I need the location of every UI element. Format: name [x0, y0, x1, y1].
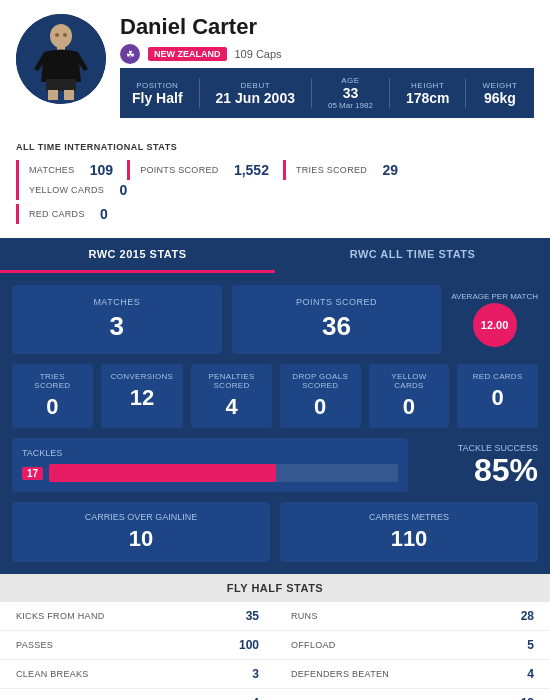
alltime-stats-row: MATCHES 109 POINTS SCORED 1,552 TRIES SC… [16, 160, 534, 200]
at-stat-label-points: POINTS SCORED [140, 165, 218, 175]
svg-rect-4 [61, 79, 76, 91]
fh-label-runs: RUNS [291, 611, 318, 621]
rwc-conversions-value: 12 [111, 385, 173, 411]
rwc-yellow-stat: Yellow Cards 0 [369, 364, 450, 428]
age-value: 33 [343, 85, 359, 101]
flyhalf-stats-grid: KICKS FROM HAND 35 PASSES 100 CLEAN BREA… [0, 602, 550, 700]
rwc-conversions-stat: Conversions 12 [101, 364, 183, 428]
fh-value-passes: 100 [239, 638, 259, 652]
carries-over-stat: Carries Over Gainline 10 [12, 502, 270, 562]
country-badge: NEW ZEALAND [148, 47, 227, 61]
fh-value-offload: 5 [527, 638, 534, 652]
rwc-tries-stat: Tries Scored 0 [12, 364, 93, 428]
divider3 [389, 78, 390, 108]
at-stat-label-tries: TRIES SCORED [296, 165, 367, 175]
debut-label: DEBUT [240, 81, 270, 90]
rwc-yellow-value: 0 [379, 394, 440, 420]
svg-point-8 [63, 33, 67, 37]
svg-point-1 [50, 24, 72, 48]
at-stat-val-matches: 109 [90, 162, 113, 178]
carries-over-label: Carries Over Gainline [22, 512, 260, 522]
rwc-penalties-stat: Penalties Scored 4 [191, 364, 272, 428]
caps-text: 109 Caps [235, 48, 282, 60]
fh-label-kicks: KICKS FROM HAND [16, 611, 105, 621]
fh-row-runs: RUNS 28 [275, 602, 550, 631]
rwc-tries-label: Tries Scored [22, 372, 83, 390]
carries-metres-value: 110 [290, 526, 528, 552]
at-stat-bar3 [283, 160, 286, 180]
position-value: Fly Half [132, 90, 183, 106]
svg-point-7 [55, 33, 59, 37]
tab-rwc-alltime[interactable]: RWC ALL TIME STATS [275, 238, 550, 273]
profile-section: Daniel Carter ☘ NEW ZEALAND 109 Caps POS… [0, 0, 550, 132]
rwc-dropgoals-value: 0 [290, 394, 351, 420]
tackle-success-value: 85% [418, 453, 538, 488]
rwc-red-label: Red Cards [467, 372, 528, 381]
rwc-red-stat: Red Cards 0 [457, 364, 538, 428]
fh-row-cleanbreaks: CLEAN BREAKS 3 [0, 660, 275, 689]
avatar [16, 14, 106, 104]
debut-value: 21 Jun 2003 [216, 90, 295, 106]
rwc-conversions-label: Conversions [111, 372, 173, 381]
avg-circle: 12.00 [473, 303, 517, 347]
fh-value-pen-scored: 4 [252, 696, 259, 700]
rwc-penalties-label: Penalties Scored [201, 372, 262, 390]
at-stat-val-tries: 29 [382, 162, 398, 178]
fh-row-passes: PASSES 100 [0, 631, 275, 660]
tackles-value: 17 [22, 467, 43, 480]
age-label: AGE [341, 76, 359, 85]
fh-row-conversions: CONVERSIONS 12 [275, 689, 550, 700]
flyhalf-section: Fly Half Stats KICKS FROM HAND 35 PASSES… [0, 574, 550, 700]
weight-value: 96kg [484, 90, 516, 106]
carries-metres-label: Carries Metres [290, 512, 528, 522]
tackles-bar-fill [49, 464, 276, 482]
height-stat: HEIGHT 178cm [406, 81, 450, 106]
avg-label: Average Per Match [451, 292, 538, 301]
at-stat-label-red: RED CARDS [29, 209, 85, 219]
rwc-matches-value: 3 [28, 311, 206, 342]
debut-stat: DEBUT 21 Jun 2003 [216, 81, 295, 106]
fh-label-offload: OFFLOAD [291, 640, 336, 650]
at-stat-val-red: 0 [100, 206, 108, 222]
player-name: Daniel Carter [120, 14, 534, 40]
at-stat-label-matches: MATCHES [29, 165, 74, 175]
rwc-yellow-label: Yellow Cards [379, 372, 440, 390]
fh-value-conversions: 12 [521, 696, 534, 700]
at-stat-bar [16, 160, 19, 180]
tab-rwc2015[interactable]: RWC 2015 STATS [0, 238, 275, 273]
tackles-row: Tackles 17 Tackle Success 85% [12, 438, 538, 492]
rwc-points-stat: Points Scored 36 [232, 285, 442, 354]
at-stat-bar5 [16, 204, 19, 224]
fh-value-runs: 28 [521, 609, 534, 623]
flyhalf-right-col: RUNS 28 OFFLOAD 5 DEFENDERS BEATEN 4 CON… [275, 602, 550, 700]
alltime-title: ALL TIME INTERNATIONAL STATS [16, 142, 534, 152]
at-stat-tries: TRIES SCORED 29 [283, 160, 412, 180]
position-stat: POSITION Fly Half [132, 81, 183, 106]
avg-section: Average Per Match 12.00 [451, 292, 538, 347]
rwc-dropgoals-stat: Drop Goals Scored 0 [280, 364, 361, 428]
weight-label: WEIGHT [482, 81, 517, 90]
height-value: 178cm [406, 90, 450, 106]
fh-value-cleanbreaks: 3 [252, 667, 259, 681]
at-stat-bar4 [16, 180, 19, 200]
svg-rect-6 [64, 90, 74, 100]
bar-container: 17 [22, 464, 398, 482]
rwc-points-value: 36 [248, 311, 426, 342]
fh-label-passes: PASSES [16, 640, 53, 650]
country-row: ☘ NEW ZEALAND 109 Caps [120, 44, 534, 64]
fh-row-kicks: KICKS FROM HAND 35 [0, 602, 275, 631]
fh-value-defenders: 4 [527, 667, 534, 681]
at-stat-label-yellow: YELLOW CARDS [29, 185, 104, 195]
alltime-section: ALL TIME INTERNATIONAL STATS MATCHES 109… [0, 132, 550, 238]
profile-info: Daniel Carter ☘ NEW ZEALAND 109 Caps POS… [120, 14, 534, 118]
alltime-stats-row2: RED CARDS 0 [16, 204, 534, 224]
flyhalf-left-col: KICKS FROM HAND 35 PASSES 100 CLEAN BREA… [0, 602, 275, 700]
at-stat-val-points: 1,552 [234, 162, 269, 178]
rwc-mid-row: Tries Scored 0 Conversions 12 Penalties … [12, 364, 538, 428]
fh-row-pen-scored: PENALTIES SCORED 4 [0, 689, 275, 700]
rwc-tabs: RWC 2015 STATS RWC ALL TIME STATS [0, 238, 550, 273]
carries-metres-stat: Carries Metres 110 [280, 502, 538, 562]
fh-row-offload: OFFLOAD 5 [275, 631, 550, 660]
rwc-penalties-value: 4 [201, 394, 262, 420]
divider1 [199, 78, 200, 108]
